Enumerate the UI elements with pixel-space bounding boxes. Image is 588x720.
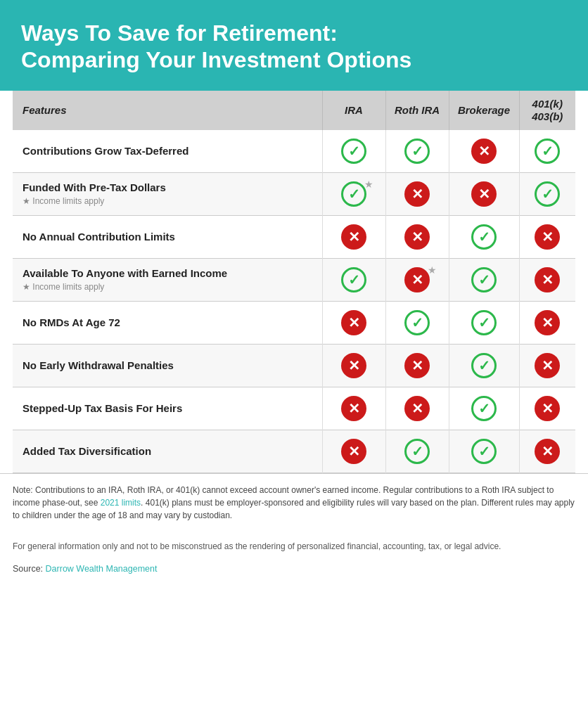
feature-cell: Stepped-Up Tax Basis For Heirs: [13, 387, 322, 430]
feature-label: Added Tax Diversification: [23, 445, 151, 457]
ira-cell: ✕: [322, 301, 385, 344]
ira-cell: ✓★: [322, 172, 385, 215]
brokerage-cell: ✓: [449, 215, 519, 258]
table-row: Contributions Grow Tax-Deferred✓✓✕✓: [13, 130, 575, 173]
table-row: Available To Anyone with Earned Income★ …: [13, 258, 575, 301]
x-icon: ✕: [341, 353, 366, 378]
check-icon: ✓: [471, 396, 497, 421]
footnote-link[interactable]: 2021 limits: [101, 498, 141, 508]
disclaimer-text: For general information only and not to …: [13, 540, 575, 553]
feature-subnote: ★ Income limits apply: [23, 282, 104, 292]
x-icon: ✕: [471, 139, 497, 164]
brokerage-cell: ✓: [449, 430, 519, 472]
ira-cell: ✓: [322, 130, 385, 173]
icon-cell: ✓★: [341, 181, 366, 207]
feature-cell: Contributions Grow Tax-Deferred: [13, 130, 322, 173]
feature-cell: Added Tax Diversification: [13, 430, 322, 472]
check-icon: ✓: [341, 181, 366, 207]
x-icon: ✕: [535, 267, 560, 292]
col-header-ira: IRA: [322, 91, 385, 130]
x-icon: ✕: [404, 353, 430, 378]
check-icon: ✓: [471, 310, 497, 335]
401k-cell: ✓: [519, 130, 575, 173]
brokerage-cell: ✓: [449, 344, 519, 387]
x-icon: ✕: [341, 439, 366, 464]
check-icon: ✓: [535, 181, 560, 207]
feature-label: Stepped-Up Tax Basis For Heirs: [23, 402, 182, 414]
ira-cell: ✕: [322, 344, 385, 387]
brokerage-cell: ✓: [449, 301, 519, 344]
roth-ira-cell: ✕: [385, 344, 449, 387]
feature-cell: No Annual Contribution Limits: [13, 215, 322, 258]
col-header-401k: 401(k)403(b): [519, 91, 575, 130]
table-header-row: Features IRA Roth IRA Brokerage 401(k)40…: [13, 91, 575, 130]
brokerage-cell: ✕: [449, 130, 519, 173]
disclaimer-area: For general information only and not to …: [0, 527, 588, 560]
check-icon: ✓: [341, 139, 366, 164]
check-icon: ✓: [471, 439, 497, 464]
feature-label: No Annual Contribution Limits: [23, 231, 175, 243]
ira-cell: ✕: [322, 215, 385, 258]
table-row: No RMDs At Age 72✕✓✓✕: [13, 301, 575, 344]
check-icon: ✓: [471, 267, 497, 292]
x-icon: ✕: [404, 267, 430, 292]
feature-label: Available To Anyone with Earned Income: [23, 267, 227, 279]
401k-cell: ✕: [519, 301, 575, 344]
x-icon: ✕: [341, 396, 366, 421]
401k-cell: ✕: [519, 430, 575, 472]
footnote-area: Note: Contributions to an IRA, Roth IRA,…: [0, 473, 588, 527]
feature-subnote: ★ Income limits apply: [23, 196, 104, 206]
feature-label: Funded With Pre-Tax Dollars: [23, 181, 166, 193]
x-icon: ✕: [404, 224, 430, 250]
col-header-brokerage: Brokerage: [449, 91, 519, 130]
x-icon: ✕: [535, 353, 560, 378]
x-icon: ✕: [404, 396, 430, 421]
feature-cell: No RMDs At Age 72: [13, 301, 322, 344]
ira-cell: ✕: [322, 387, 385, 430]
roth-ira-cell: ✕: [385, 172, 449, 215]
x-icon: ✕: [404, 181, 430, 207]
table-row: Added Tax Diversification✕✓✓✕: [13, 430, 575, 472]
brokerage-cell: ✕: [449, 172, 519, 215]
comparison-table: Features IRA Roth IRA Brokerage 401(k)40…: [13, 91, 575, 473]
check-icon: ✓: [471, 353, 497, 378]
page-header: Ways To Save for Retirement: Comparing Y…: [0, 0, 588, 91]
roth-ira-cell: ✓: [385, 430, 449, 472]
page-container: Ways To Save for Retirement: Comparing Y…: [0, 0, 588, 585]
table-row: Stepped-Up Tax Basis For Heirs✕✕✓✕: [13, 387, 575, 430]
roth-ira-cell: ✕: [385, 387, 449, 430]
ira-cell: ✓: [322, 258, 385, 301]
page-title: Ways To Save for Retirement: Comparing Y…: [21, 20, 567, 74]
feature-label: No Early Withdrawal Penalties: [23, 359, 174, 371]
check-icon: ✓: [535, 139, 560, 164]
x-icon: ✕: [471, 181, 497, 207]
feature-cell: Funded With Pre-Tax Dollars★ Income limi…: [13, 172, 322, 215]
x-icon: ✕: [535, 310, 560, 335]
star-icon: ★: [428, 264, 437, 276]
check-icon: ✓: [471, 224, 497, 250]
401k-cell: ✓: [519, 172, 575, 215]
feature-label: Contributions Grow Tax-Deferred: [23, 145, 188, 157]
x-icon: ✕: [341, 224, 366, 250]
title-line2: Comparing Your Investment Options: [21, 47, 411, 72]
col-header-features: Features: [13, 91, 322, 130]
table-row: No Early Withdrawal Penalties✕✕✓✕: [13, 344, 575, 387]
ira-cell: ✕: [322, 430, 385, 472]
check-icon: ✓: [341, 267, 366, 292]
comparison-table-wrapper: Features IRA Roth IRA Brokerage 401(k)40…: [0, 91, 588, 473]
roth-ira-cell: ✓: [385, 130, 449, 173]
x-icon: ✕: [341, 310, 366, 335]
icon-cell: ✕★: [404, 267, 430, 292]
footnote-text: Note: Contributions to an IRA, Roth IRA,…: [13, 484, 575, 522]
check-icon: ✓: [404, 139, 430, 164]
source-link[interactable]: Darrow Wealth Management: [46, 564, 158, 574]
table-row: Funded With Pre-Tax Dollars★ Income limi…: [13, 172, 575, 215]
roth-ira-cell: ✓: [385, 301, 449, 344]
col-header-roth-ira: Roth IRA: [385, 91, 449, 130]
star-icon: ★: [364, 179, 373, 190]
source-area: Source: Darrow Wealth Management: [0, 560, 588, 585]
401k-cell: ✕: [519, 258, 575, 301]
title-line1: Ways To Save for Retirement:: [21, 20, 338, 46]
401k-cell: ✕: [519, 344, 575, 387]
table-row: No Annual Contribution Limits✕✕✓✕: [13, 215, 575, 258]
